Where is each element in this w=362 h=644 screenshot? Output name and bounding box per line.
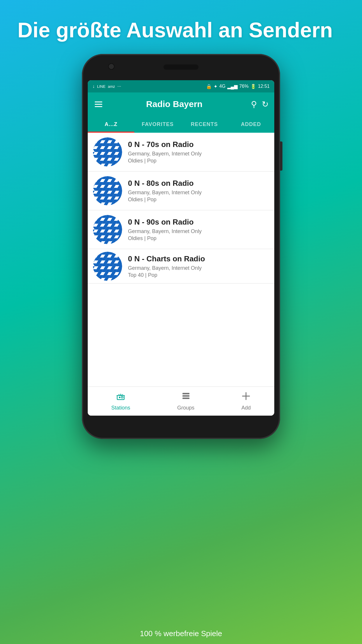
toolbar-actions: ⚲ ↻ — [251, 99, 268, 109]
power-button — [280, 141, 282, 171]
battery-percent: 76% — [239, 84, 249, 89]
app-title: Radio Bayern — [102, 99, 246, 109]
svg-marker-137 — [95, 215, 100, 218]
phone-top-bar — [82, 54, 280, 80]
station-genre-1: Oldies | Pop — [128, 197, 269, 203]
menu-button[interactable] — [94, 100, 103, 108]
svg-marker-188 — [93, 238, 96, 241]
svg-marker-121 — [93, 200, 96, 202]
svg-marker-143 — [116, 215, 122, 218]
status-left-icons: ↓ LINE amz ··· — [92, 84, 121, 89]
svg-marker-136 — [93, 215, 96, 218]
svg-rect-269 — [119, 397, 120, 398]
list-item[interactable]: 0 N - 80s on Radio Germany, Bayern, Inte… — [88, 172, 274, 210]
svg-rect-275 — [182, 393, 189, 394]
station-location-0: Germany, Bayern, Internet Only — [128, 151, 269, 157]
network-type: 4G — [219, 84, 225, 89]
list-item[interactable]: 0 N - 90s on Radio Germany, Bayern, Inte… — [88, 210, 274, 249]
station-name-3: 0 N - Charts on Radio — [128, 254, 269, 263]
more-icon: ··· — [117, 84, 121, 89]
svg-marker-148 — [117, 218, 122, 221]
svg-point-270 — [121, 396, 123, 398]
add-label: Add — [241, 405, 251, 411]
tab-bar: A...Z FAVORITES RECENTS ADDED — [88, 116, 274, 133]
svg-marker-197 — [96, 241, 102, 244]
list-item[interactable]: 0 N - Charts on Radio Germany, Bayern, I… — [88, 249, 274, 284]
station-name-1: 0 N - 80s on Radio — [128, 179, 269, 188]
signal-bars: ▂▄▆ — [227, 84, 238, 89]
station-logo-0 — [93, 137, 122, 167]
tab-added[interactable]: ADDED — [228, 116, 274, 133]
svg-marker-62 — [93, 164, 95, 167]
station-info-0: 0 N - 70s on Radio Germany, Bayern, Inte… — [128, 140, 269, 164]
svg-marker-77 — [93, 179, 95, 182]
battery-icon: 🔋 — [250, 84, 256, 89]
svg-marker-2 — [93, 137, 96, 140]
station-logo-3 — [93, 252, 122, 281]
nav-groups[interactable]: Groups — [171, 389, 200, 413]
list-item[interactable]: 0 N - 70s on Radio Germany, Bayern, Inte… — [88, 133, 274, 172]
svg-marker-10 — [93, 140, 95, 143]
svg-marker-9 — [116, 137, 122, 140]
footer-text: 100 % werbefreie Spiele — [140, 629, 222, 638]
station-name-0: 0 N - 70s on Radio — [128, 140, 269, 149]
station-location-3: Germany, Bayern, Internet Only — [128, 265, 269, 271]
earpiece-speaker — [164, 64, 198, 70]
station-info-2: 0 N - 90s on Radio Germany, Bayern, Inte… — [128, 218, 269, 242]
svg-marker-76 — [116, 176, 122, 179]
clock: 12:51 — [258, 84, 270, 89]
stations-label: Stations — [111, 405, 130, 411]
svg-marker-70 — [95, 176, 100, 179]
svg-marker-14 — [117, 140, 122, 143]
svg-marker-267 — [117, 278, 122, 281]
tab-favorites[interactable]: FAVORITES — [134, 116, 181, 133]
bluetooth-icon: ✦ — [214, 84, 217, 89]
nav-add[interactable]: Add — [236, 389, 256, 413]
station-info-3: 0 N - Charts on Radio Germany, Bayern, I… — [128, 254, 269, 278]
svg-marker-203 — [93, 252, 96, 255]
svg-marker-255 — [93, 275, 96, 278]
status-right-info: 🔒 ✦ 4G ▂▄▆ 76% 🔋 12:51 — [206, 84, 270, 89]
station-genre-0: Oldies | Pop — [128, 158, 269, 164]
svg-marker-215 — [117, 255, 122, 258]
svg-marker-204 — [95, 252, 100, 255]
svg-marker-144 — [93, 218, 95, 221]
add-icon — [241, 391, 251, 403]
station-location-2: Germany, Bayern, Internet Only — [128, 228, 269, 235]
front-camera — [108, 63, 115, 70]
tab-recents[interactable]: RECENTS — [181, 116, 228, 133]
svg-rect-276 — [182, 395, 189, 397]
svg-marker-133 — [117, 202, 122, 205]
svg-marker-130 — [96, 202, 102, 205]
status-bar: ↓ LINE amz ··· 🔒 ✦ 4G ▂▄▆ 76% 🔋 12:51 — [88, 80, 274, 92]
svg-marker-66 — [117, 164, 122, 167]
refresh-button[interactable]: ↻ — [262, 99, 268, 109]
phone-frame: ↓ LINE amz ··· 🔒 ✦ 4G ▂▄▆ 76% 🔋 12:51 — [82, 54, 280, 439]
svg-marker-196 — [93, 241, 95, 244]
station-list: 0 N - 70s on Radio Germany, Bayern, Inte… — [88, 133, 274, 284]
svg-rect-277 — [182, 398, 189, 399]
station-location-1: Germany, Bayern, Internet Only — [128, 190, 269, 196]
phone-screen: ↓ LINE amz ··· 🔒 ✦ 4G ▂▄▆ 76% 🔋 12:51 — [88, 80, 274, 416]
bottom-navigation: Stations Groups — [88, 386, 274, 416]
svg-marker-210 — [116, 252, 122, 255]
search-button[interactable]: ⚲ — [251, 99, 257, 109]
groups-label: Groups — [177, 405, 194, 411]
svg-marker-129 — [93, 202, 95, 205]
svg-marker-263 — [93, 278, 95, 281]
stations-icon — [116, 391, 125, 403]
svg-marker-3 — [95, 137, 100, 140]
station-info-1: 0 N - 80s on Radio Germany, Bayern, Inte… — [128, 179, 269, 203]
amazon-icon: amz — [108, 84, 115, 89]
svg-marker-264 — [96, 278, 102, 281]
music-app-icon: LINE — [97, 84, 106, 89]
station-logo-2 — [93, 215, 122, 244]
groups-icon — [181, 391, 191, 403]
hero-headline: Die größte Auswahl an Sendern — [17, 18, 345, 43]
station-name-2: 0 N - 90s on Radio — [128, 218, 269, 227]
tab-az[interactable]: A...Z — [88, 116, 134, 133]
nav-stations[interactable]: Stations — [106, 389, 136, 413]
download-icon: ↓ — [92, 84, 95, 89]
svg-marker-69 — [93, 176, 96, 179]
svg-marker-81 — [117, 179, 122, 182]
